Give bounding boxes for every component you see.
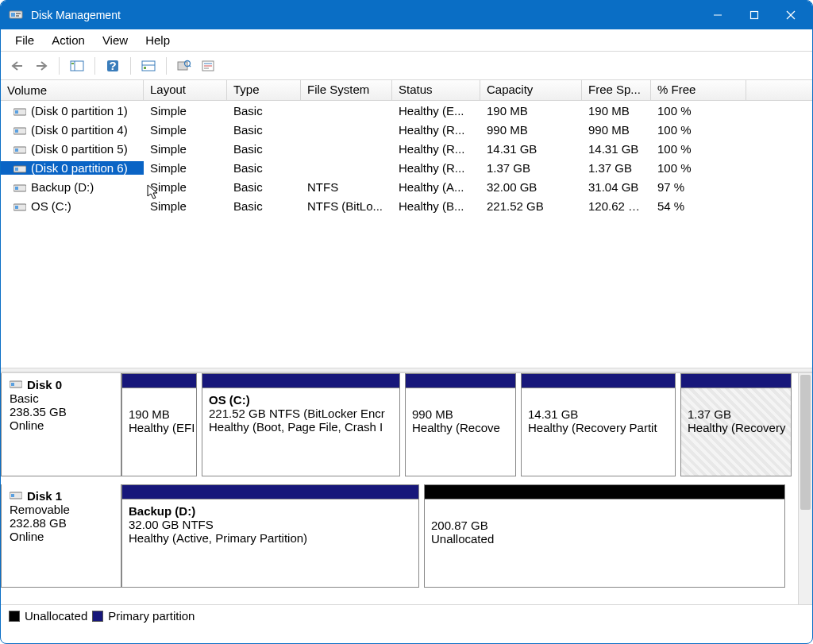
partition-title: Backup (D:) — [129, 504, 412, 518]
drive-icon — [13, 201, 26, 210]
volume-free: 31.04 GB — [582, 180, 651, 194]
show-hide-console-button[interactable] — [67, 56, 87, 75]
svg-text:?: ? — [109, 59, 116, 72]
volume-row[interactable]: (Disk 0 partition 1)SimpleBasicHealthy (… — [1, 101, 812, 120]
disk-icon — [10, 378, 24, 389]
volume-free: 14.31 GB — [582, 142, 651, 156]
volume-layout: Simple — [144, 142, 227, 156]
volume-row[interactable]: OS (C:)SimpleBasicNTFS (BitLo...Healthy … — [1, 196, 812, 215]
maximize-button[interactable] — [736, 1, 773, 29]
volume-layout: Simple — [144, 199, 227, 213]
menu-help[interactable]: Help — [137, 31, 179, 49]
col-free[interactable]: Free Sp... — [582, 80, 651, 100]
vertical-scrollbar[interactable] — [798, 373, 812, 604]
volume-name: (Disk 0 partition 5) — [1, 142, 144, 156]
svg-rect-2 — [16, 13, 21, 14]
action-list-button[interactable] — [139, 56, 158, 75]
properties-button[interactable] — [198, 56, 218, 75]
partition-size: 1.37 GB — [688, 407, 784, 421]
app-icon — [9, 8, 23, 22]
close-button[interactable] — [773, 1, 809, 29]
partition-box[interactable]: 14.31 GBHealthy (Recovery Partit — [521, 388, 676, 476]
disk-label: Disk 0 — [27, 378, 62, 391]
partition-box[interactable]: 1.37 GBHealthy (Recovery — [680, 388, 792, 476]
disk-state: Online — [10, 418, 113, 432]
svg-rect-1 — [11, 13, 15, 17]
col-filesystem[interactable]: File System — [301, 80, 392, 100]
title-bar: Disk Management — [1, 1, 812, 29]
partition-status: Unallocated — [431, 532, 778, 546]
volume-row[interactable]: (Disk 0 partition 5)SimpleBasicHealthy (… — [1, 139, 812, 158]
volume-type: Basic — [227, 104, 301, 118]
drive-icon — [13, 106, 26, 115]
disk-row: Disk 1Removable232.88 GBOnlineBackup (D:… — [1, 484, 798, 588]
partition-status: Healthy (Boot, Page File, Crash I — [209, 420, 393, 434]
volume-row[interactable]: (Disk 0 partition 6)SimpleBasicHealthy (… — [1, 158, 812, 177]
partition-header-strip — [202, 373, 400, 388]
svg-rect-15 — [144, 67, 146, 69]
volume-pct: 100 % — [651, 104, 746, 118]
partition-status: Healthy (Recove — [412, 421, 509, 434]
disk-label: Disk 1 — [27, 489, 62, 503]
volume-free: 990 MB — [582, 123, 651, 137]
svg-rect-26 — [15, 129, 18, 133]
volume-capacity: 190 MB — [480, 104, 582, 118]
svg-rect-28 — [15, 148, 18, 152]
partition-header-strip — [121, 484, 419, 499]
volume-layout: Simple — [144, 123, 227, 137]
partition-box[interactable]: Backup (D:)32.00 GB NTFSHealthy (Active,… — [121, 499, 419, 588]
legend-swatch-primary — [92, 611, 103, 622]
volume-list[interactable]: (Disk 0 partition 1)SimpleBasicHealthy (… — [1, 101, 812, 368]
menu-action[interactable]: Action — [44, 31, 94, 49]
svg-rect-13 — [142, 61, 155, 71]
svg-rect-8 — [71, 61, 83, 71]
svg-rect-30 — [15, 168, 18, 171]
partition-header-strip — [121, 373, 197, 388]
disk-size: 238.35 GB — [10, 405, 113, 418]
svg-rect-38 — [11, 494, 14, 497]
column-headers: Volume Layout Type File System Status Ca… — [1, 80, 812, 101]
partition-size: 990 MB — [412, 407, 509, 421]
legend-swatch-unallocated — [9, 611, 20, 622]
partition-size: 221.52 GB NTFS (BitLocker Encr — [209, 407, 393, 420]
col-layout[interactable]: Layout — [144, 80, 227, 100]
volume-type: Basic — [227, 180, 301, 194]
volume-layout: Simple — [144, 180, 227, 194]
partition-title: OS (C:) — [209, 393, 393, 407]
volume-type: Basic — [227, 161, 301, 175]
minimize-button[interactable] — [699, 1, 736, 29]
volume-capacity: 14.31 GB — [480, 142, 582, 156]
volume-name: (Disk 0 partition 6) — [1, 161, 144, 175]
disk-info[interactable]: Disk 1Removable232.88 GBOnline — [1, 484, 121, 588]
help-button[interactable]: ? — [103, 56, 122, 75]
partition-size: 14.31 GB — [528, 407, 669, 421]
forward-button[interactable] — [32, 56, 51, 75]
partition-box[interactable]: 990 MBHealthy (Recove — [405, 388, 516, 476]
volume-row[interactable]: (Disk 0 partition 4)SimpleBasicHealthy (… — [1, 120, 812, 139]
back-button[interactable] — [8, 56, 27, 75]
partition-box[interactable]: OS (C:)221.52 GB NTFS (BitLocker EncrHea… — [202, 388, 400, 476]
svg-rect-5 — [751, 12, 758, 19]
svg-rect-3 — [16, 15, 19, 17]
volume-type: Basic — [227, 142, 301, 156]
partition-status: Healthy (Active, Primary Partition) — [129, 531, 412, 545]
col-capacity[interactable]: Capacity — [480, 80, 582, 100]
col-type[interactable]: Type — [227, 80, 301, 100]
partition-box[interactable]: 190 MBHealthy (EFI — [121, 388, 197, 476]
volume-status: Healthy (B... — [392, 199, 480, 213]
col-status[interactable]: Status — [392, 80, 480, 100]
legend: Unallocated Primary partition — [1, 604, 812, 627]
col-pct[interactable]: % Free — [651, 80, 746, 100]
partition-size: 190 MB — [129, 407, 190, 421]
menu-view[interactable]: View — [94, 31, 137, 49]
disk-info[interactable]: Disk 0Basic238.35 GBOnline — [1, 373, 121, 476]
partition-header-strip — [521, 373, 676, 388]
refresh-button[interactable] — [175, 56, 194, 75]
partition-box[interactable]: 200.87 GBUnallocated — [424, 499, 785, 588]
volume-pct: 100 % — [651, 142, 746, 156]
volume-row[interactable]: Backup (D:)SimpleBasicNTFSHealthy (A...3… — [1, 177, 812, 196]
menu-file[interactable]: File — [7, 31, 44, 49]
volume-pct: 97 % — [651, 180, 746, 194]
volume-status: Healthy (A... — [392, 180, 480, 194]
col-volume[interactable]: Volume — [1, 80, 144, 100]
